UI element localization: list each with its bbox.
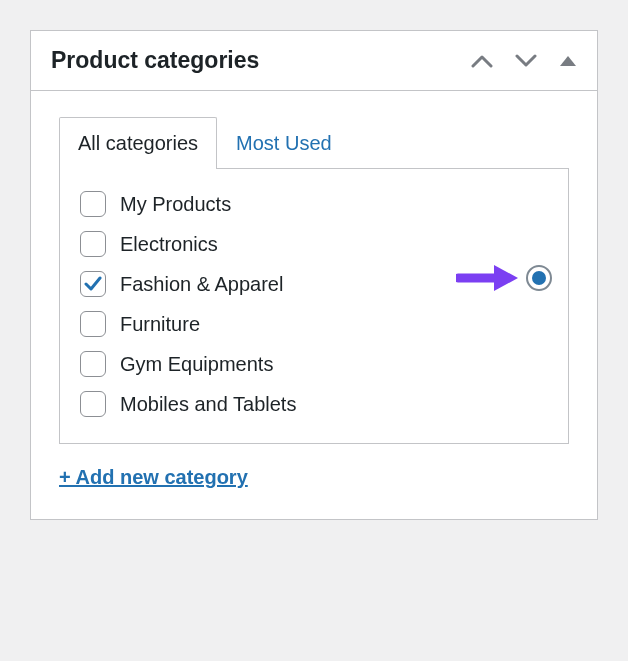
panel-header-controls (471, 54, 577, 68)
category-item: Furniture (80, 311, 548, 337)
category-label: My Products (120, 193, 231, 216)
category-checkbox[interactable] (80, 311, 106, 337)
category-checkbox[interactable] (80, 191, 106, 217)
annotation-pointer (456, 263, 552, 293)
category-list: My Products Electronics Fashion & Appare… (80, 191, 548, 417)
tab-all-categories[interactable]: All categories (59, 117, 217, 169)
category-checkbox[interactable] (80, 391, 106, 417)
panel-body: All categories Most Used My Products (31, 91, 597, 519)
category-tabs: All categories Most Used My Products (59, 117, 569, 444)
move-down-button[interactable] (515, 54, 537, 68)
tab-most-used[interactable]: Most Used (217, 117, 351, 169)
category-label: Mobiles and Tablets (120, 393, 296, 416)
product-categories-panel: Product categories All categories Most U… (30, 30, 598, 520)
chevron-up-icon (471, 54, 493, 68)
category-label: Gym Equipments (120, 353, 273, 376)
category-item: Electronics (80, 231, 548, 257)
category-checkbox[interactable] (80, 271, 106, 297)
chevron-down-icon (515, 54, 537, 68)
category-label: Furniture (120, 313, 200, 336)
category-item: My Products (80, 191, 548, 217)
arrow-right-icon (456, 263, 520, 293)
category-label: Electronics (120, 233, 218, 256)
category-checkbox[interactable] (80, 351, 106, 377)
move-up-button[interactable] (471, 54, 493, 68)
category-checkbox[interactable] (80, 231, 106, 257)
triangle-up-icon (559, 55, 577, 67)
collapse-toggle-button[interactable] (559, 55, 577, 67)
panel-header: Product categories (31, 31, 597, 91)
panel-title: Product categories (51, 47, 259, 74)
category-item: Gym Equipments (80, 351, 548, 377)
category-item: Mobiles and Tablets (80, 391, 548, 417)
category-checklist-panel: My Products Electronics Fashion & Appare… (59, 168, 569, 444)
add-new-category: + Add new category (59, 466, 569, 489)
primary-category-radio[interactable] (526, 265, 552, 291)
add-new-category-link[interactable]: + Add new category (59, 466, 248, 488)
category-label: Fashion & Apparel (120, 273, 283, 296)
check-icon (84, 276, 102, 292)
